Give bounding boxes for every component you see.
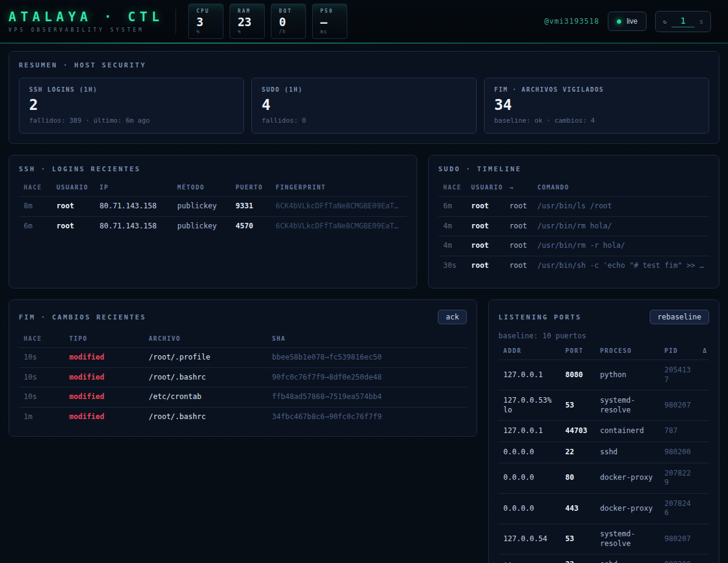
stat-value: 0 [279,15,298,29]
cell-comando: /usr/bin/rm -r hola/ [532,236,709,256]
table-header-row: HACEUSUARIOIPMÉTODOPUERTOFINGERPRINT [19,178,407,197]
cell-port: 53 [560,391,595,421]
panel-ssh-logins: SSH · LOGINS RECIENTES HACEUSUARIOIPMÉTO… [9,155,417,288]
table-row: 10smodified/root/.profilebbee58b1e078→fc… [19,348,467,368]
cell-delta [698,421,709,442]
stat-ram: RAM 23 % [230,4,265,39]
stat-label: RAM [237,9,257,14]
column-header-usuario: USUARIO [466,178,505,197]
cell-pid: 2078229 [659,463,698,493]
cell-hace: 30s [438,256,466,275]
cell-delta [698,554,709,563]
stat-value: 3 [196,15,216,29]
stat-label: CPU [196,9,216,14]
panel-sudo-title: SUDO · TIMELINE [438,165,709,173]
listening-ports-table: ADDRPORTPROCESOPIDΔ 127.0.0.18080python2… [498,341,709,563]
cell-pid: 980200 [659,442,698,463]
column-header-archivo: ARCHIVO [144,329,267,348]
cell-pid: 787 [659,421,698,442]
cell-hace: 10s [19,348,64,368]
card-label: FIM · ARCHIVOS VIGILADOS [494,86,699,93]
table-row: 10smodified/root/.bashrc90fc0c76f7f9→8df… [19,367,467,387]
live-toggle-button[interactable]: live [608,12,647,31]
refresh-interval-input[interactable] [672,16,695,27]
cell-usuario: root [52,197,95,217]
cell-comando: /usr/bin/ls /root [532,197,709,217]
cell-ip: 80.71.143.158 [95,216,172,236]
summary-cards: SSH LOGINS (1H) 2 fallidos: 389 · último… [19,78,709,134]
live-label: live [627,17,638,26]
table-row: 4mrootroot/usr/bin/rm -r hola/ [438,236,709,256]
cell-addr: 0.0.0.0 [498,493,560,524]
cell-hace: 6m [438,197,466,217]
stat-cpu: CPU 3 % [188,4,223,39]
cell-addr: 127.0.0.54 [498,524,560,554]
ack-button[interactable]: ack [438,310,467,324]
cell-hace: 4m [438,216,466,236]
table-row: 127.0.0.18080python2054137 [498,360,709,391]
column-header-target: → [505,178,532,197]
cell-proceso: python [595,360,659,391]
cell-proceso: docker-proxy [595,493,659,524]
cell-delta [698,493,709,524]
cell-usuario: root [466,256,505,275]
table-header-row: ADDRPORTPROCESOPIDΔ [498,341,709,360]
panel-ports-title: LISTENING PORTS [498,313,582,321]
cell-archivo: /root/.bashrc [144,367,267,387]
card-label: SUDO (1H) [262,86,466,93]
cell-tipo: modified [64,387,144,408]
cell-sha: 90fc0c76f7f9→8df0e250de48 [267,367,467,387]
cell-tipo: modified [64,367,144,387]
rebaseline-button[interactable]: rebaseline [650,310,709,324]
cell-pid: 980207 [659,524,698,554]
card-subtext: fallidos: 0 [262,117,466,125]
header-right: @vmi3193518 live ↻ s [544,11,711,32]
panel-fim-title: FIM · CAMBIOS RECIENTES [19,313,146,321]
table-header-row: HACETIPOARCHIVOSHA [19,329,467,348]
ssh-logins-table: HACEUSUARIOIPMÉTODOPUERTOFINGERPRINT 8mr… [19,178,407,236]
column-header-metodo: MÉTODO [172,178,231,197]
cell-pid: 2054137 [659,360,698,391]
card-value: 34 [494,97,699,114]
cell-addr: 0.0.0.0 [498,442,560,463]
panel-sudo-timeline: SUDO · TIMELINE HACEUSUARIO→COMANDO 6mro… [428,155,719,288]
card-value: 4 [262,97,466,114]
column-header-proceso: PROCESO [595,341,659,360]
cell-archivo: /etc/crontab [144,387,267,408]
cell-hace: 10s [19,387,64,408]
panel-ports-head: LISTENING PORTS rebaseline [498,310,709,324]
cell-addr: 0.0.0.0 [498,463,560,493]
app-subtitle: VPS OBSERVABILITY SYSTEM [9,27,163,33]
row-fim-ports: FIM · CAMBIOS RECIENTES ack HACETIPOARCH… [9,299,719,563]
app-header: ATALAYA · CTL VPS OBSERVABILITY SYSTEM C… [0,0,728,43]
cell-target: root [505,256,532,275]
column-header-tipo: TIPO [64,329,144,348]
table-row: 127.0.0.144703containerd787 [498,421,709,442]
cell-sha: bbee58b1e078→fc539816ec50 [267,348,467,368]
stat-p50: P50 – ms [312,4,347,39]
cell-puerto: 9331 [231,197,271,217]
cell-usuario: root [466,197,505,217]
cell-proceso: containerd [595,421,659,442]
card-subtext: baseline: ok · cambios: 4 [494,117,699,125]
cell-usuario: root [466,236,505,256]
refresh-interval-unit: s [699,18,703,25]
hostname-label: @vmi3193518 [544,17,599,26]
column-header-hace: HACE [19,329,64,348]
column-header-delta: Δ [698,341,709,360]
table-row: 4mrootroot/usr/bin/rm hola/ [438,216,709,236]
row-ssh-sudo: SSH · LOGINS RECIENTES HACEUSUARIOIPMÉTO… [9,155,719,288]
column-header-sha: SHA [267,329,467,348]
cell-proceso: docker-proxy [595,463,659,493]
cell-usuario: root [466,216,505,236]
cell-pid: 980207 [659,391,698,421]
header-divider [175,9,176,33]
column-header-hace: HACE [438,178,466,197]
fim-changes-table: HACETIPOARCHIVOSHA 10smodified/root/.pro… [19,329,467,426]
table-row: 30srootroot/usr/bin/sh -c 'echo "# test … [438,256,709,275]
cell-port: 22 [560,442,595,463]
cell-proceso: sshd [595,442,659,463]
cell-archivo: /root/.profile [144,348,267,368]
stat-value: 23 [237,15,257,29]
header-stats: CPU 3 % RAM 23 % BOT 0 /h P50 – ms [188,4,347,39]
